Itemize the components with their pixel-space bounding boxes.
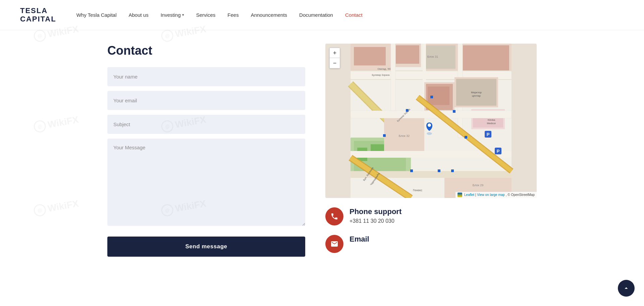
svg-text:P: P <box>497 149 500 154</box>
contact-form: Send message <box>107 67 305 257</box>
email-icon <box>330 240 338 248</box>
map-attribution: Leaflet | View on large map , © OpenStre… <box>455 192 537 198</box>
svg-rect-49 <box>453 110 455 113</box>
leaflet-link[interactable]: Leaflet <box>464 193 474 197</box>
svg-text:Мерктор: Мерктор <box>471 91 482 94</box>
svg-text:Омлад. 5б: Омлад. 5б <box>378 67 391 70</box>
svg-rect-11 <box>391 44 395 111</box>
view-large-map-link[interactable]: View on large map <box>477 193 505 197</box>
email-info-text: Email <box>350 235 369 246</box>
subject-input[interactable] <box>107 115 305 134</box>
nav-links: Why Tesla Capital About us Investing ▾ S… <box>76 12 363 18</box>
phone-info-text: Phone support +381 11 30 20 030 <box>350 207 401 224</box>
map-svg: Блок 31 Блок 32 Блок 29 Мерктор центар <box>325 44 537 198</box>
nav-link-about-us[interactable]: About us <box>128 12 148 18</box>
svg-rect-8 <box>463 45 509 71</box>
logo-line2: CAPITAL <box>20 15 56 23</box>
svg-point-58 <box>427 132 432 135</box>
right-column: Блок 31 Блок 32 Блок 29 Мерктор центар <box>325 44 537 257</box>
svg-text:Булевар Зорана: Булевар Зорана <box>372 74 390 76</box>
page-title: Contact <box>107 44 305 58</box>
message-field-group <box>107 139 305 227</box>
zoom-out-button[interactable]: − <box>330 58 340 68</box>
nav-link-contact[interactable]: Contact <box>345 12 363 18</box>
nav-item-about-us: About us <box>128 12 148 18</box>
phone-number: +381 11 30 20 030 <box>350 218 401 224</box>
svg-rect-52 <box>438 169 440 172</box>
nav-item-announcements: Announcements <box>251 12 287 18</box>
zoom-in-button[interactable]: + <box>330 48 340 58</box>
navbar: TESLA CAPITAL Why Tesla Capital About us… <box>0 0 644 30</box>
contact-form-section: Contact Send message <box>107 44 305 257</box>
svg-text:Блок 29: Блок 29 <box>473 184 484 187</box>
svg-text:Klinika: Klinika <box>488 118 495 121</box>
phone-support-item: Phone support +381 11 30 20 030 <box>325 207 537 225</box>
nav-link-documentation[interactable]: Documentation <box>299 12 333 18</box>
svg-rect-4 <box>396 45 419 64</box>
nav-item-why-tesla: Why Tesla Capital <box>76 12 117 18</box>
send-button[interactable]: Send message <box>107 237 305 257</box>
svg-rect-2 <box>354 47 386 65</box>
email-icon-circle <box>325 235 343 253</box>
svg-rect-50 <box>465 136 467 139</box>
svg-text:центар: центар <box>472 94 481 97</box>
nav-item-investing: Investing ▾ <box>161 12 184 18</box>
nav-item-documentation: Documentation <box>299 12 333 18</box>
nav-link-investing[interactable]: Investing ▾ <box>161 12 184 18</box>
email-item: Email <box>325 235 537 253</box>
svg-text:P: P <box>487 132 490 137</box>
map-container: Блок 31 Блок 32 Блок 29 Мерктор центар <box>325 44 537 198</box>
nav-link-fees[interactable]: Fees <box>227 12 238 18</box>
email-field-group <box>107 91 305 110</box>
svg-rect-46 <box>383 134 386 137</box>
map-controls: + − <box>329 48 340 68</box>
name-field-group <box>107 67 305 86</box>
svg-rect-39 <box>351 111 512 118</box>
svg-text:Блок 32: Блок 32 <box>399 134 410 138</box>
message-textarea[interactable] <box>107 139 305 226</box>
svg-point-59 <box>428 123 431 127</box>
email-input[interactable] <box>107 91 305 110</box>
nav-item-services: Services <box>196 12 216 18</box>
svg-rect-48 <box>430 96 433 98</box>
svg-text:Medicor: Medicor <box>487 122 496 125</box>
chevron-down-icon: ▾ <box>182 13 184 17</box>
svg-rect-51 <box>410 169 413 172</box>
nav-link-services[interactable]: Services <box>196 12 216 18</box>
phone-icon <box>330 212 338 220</box>
svg-rect-53 <box>451 169 454 172</box>
logo-line1: TESLA <box>20 7 56 15</box>
name-input[interactable] <box>107 67 305 86</box>
svg-text:Блок 31: Блок 31 <box>427 55 438 58</box>
nav-item-contact: Contact <box>345 12 363 18</box>
main-content: Contact Send message <box>87 30 557 277</box>
svg-text:Генекс: Генекс <box>413 189 422 192</box>
logo[interactable]: TESLA CAPITAL <box>20 7 56 23</box>
nav-link-announcements[interactable]: Announcements <box>251 12 287 18</box>
subject-field-group <box>107 115 305 134</box>
email-title: Email <box>350 235 369 244</box>
nav-item-fees: Fees <box>227 12 238 18</box>
phone-support-title: Phone support <box>350 207 401 216</box>
nav-link-why-tesla[interactable]: Why Tesla Capital <box>76 12 117 18</box>
phone-icon-circle <box>325 207 343 225</box>
